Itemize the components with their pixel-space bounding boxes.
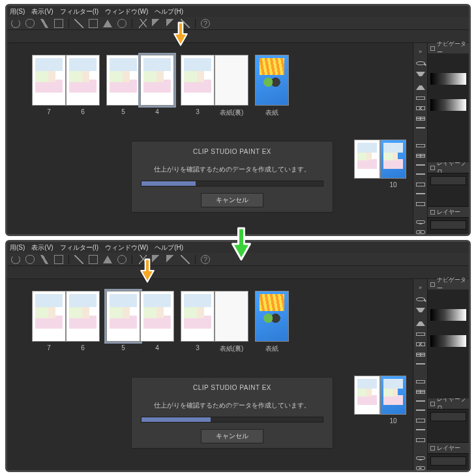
page-thumbnail[interactable] [181, 291, 215, 342]
page-thumbnail[interactable] [354, 376, 380, 415]
bars-icon[interactable] [416, 127, 425, 130]
page-thumbnail[interactable] [66, 291, 100, 342]
chk-icon[interactable] [138, 19, 147, 28]
rect-icon[interactable] [416, 419, 425, 423]
x-icon[interactable] [416, 106, 425, 110]
tri-icon[interactable] [103, 20, 112, 27]
layer-row[interactable] [430, 412, 466, 421]
rect-icon[interactable] [89, 255, 98, 264]
bars-icon[interactable] [416, 164, 425, 167]
reload-icon[interactable] [11, 19, 20, 28]
diag-icon[interactable] [181, 19, 190, 28]
zoom-icon[interactable] [416, 61, 425, 65]
rect-icon[interactable] [416, 438, 425, 442]
layer-palette-body[interactable] [428, 453, 469, 472]
layer-palette-header[interactable]: レイヤー [428, 443, 469, 453]
page-thumbnail[interactable] [32, 55, 66, 106]
up-icon[interactable] [416, 320, 425, 326]
page-thumbnail[interactable] [380, 140, 406, 179]
chevron-right-icon[interactable]: » [419, 48, 422, 55]
grid-icon[interactable] [416, 353, 425, 357]
cam-icon[interactable] [416, 456, 425, 460]
rect-icon[interactable] [416, 183, 425, 186]
cam-icon[interactable] [416, 220, 425, 224]
person-icon[interactable] [416, 230, 425, 234]
cancel-button[interactable]: キャンセル [201, 193, 263, 207]
pencil-icon[interactable] [152, 255, 161, 264]
chevron-right-icon[interactable]: » [419, 284, 422, 291]
diag-icon[interactable] [74, 255, 83, 264]
menu-item[interactable]: フィルター(I) [60, 243, 98, 252]
chk-icon[interactable] [138, 255, 147, 264]
down-icon[interactable] [416, 72, 425, 78]
navigator-palette-header[interactable]: ナビゲーター [428, 279, 469, 290]
pencil-icon[interactable] [152, 19, 161, 28]
grid-icon[interactable] [416, 390, 425, 394]
navigator-palette-header[interactable]: ナビゲーター [428, 43, 469, 53]
page-thumbnail[interactable] [181, 55, 215, 106]
menu-item[interactable]: 用(S) [10, 243, 25, 252]
navigator-palette-body[interactable] [428, 290, 469, 398]
cloud-icon[interactable] [25, 255, 35, 264]
circ-icon[interactable] [117, 255, 126, 264]
layer-row[interactable] [430, 220, 466, 230]
pencil-icon[interactable] [166, 255, 175, 264]
page-thumbnail[interactable] [106, 291, 140, 342]
page-thumbnail[interactable] [255, 55, 289, 106]
page-thumbnail[interactable] [380, 376, 406, 415]
bars-icon[interactable] [416, 409, 425, 412]
reload-icon[interactable] [11, 255, 20, 264]
rect-icon[interactable] [416, 97, 425, 100]
page-thumbnail[interactable] [32, 291, 66, 342]
page-thumbnail[interactable] [215, 55, 248, 106]
cancel-button[interactable]: キャンセル [201, 429, 263, 443]
menu-item[interactable]: フィルター(I) [60, 7, 98, 16]
pencil-icon[interactable] [166, 19, 175, 28]
layer-property-palette-header[interactable]: レイヤープロ [428, 162, 469, 173]
menu-item[interactable]: ヘルプ(H) [155, 7, 183, 16]
page-thumbnail[interactable] [66, 55, 100, 106]
bars-icon[interactable] [416, 429, 425, 432]
page-thumbnail[interactable] [215, 291, 248, 342]
tri-icon[interactable] [103, 256, 112, 263]
circ-icon[interactable] [117, 19, 126, 28]
rect-icon[interactable] [416, 380, 425, 384]
layer-row[interactable] [430, 456, 466, 466]
rect-icon[interactable] [416, 333, 425, 336]
layer-property-palette-body[interactable] [428, 173, 469, 207]
layer-row[interactable] [430, 176, 466, 185]
menu-item[interactable]: ヘルプ(H) [155, 243, 183, 252]
menu-item[interactable]: 表示(V) [31, 7, 53, 16]
zoom-icon[interactable] [416, 297, 425, 301]
grid-icon[interactable] [416, 154, 425, 158]
brush-icon[interactable] [40, 19, 49, 28]
help-icon[interactable]: ? [201, 255, 210, 264]
page-manager[interactable]: 76543表紙(裏)表紙10CLIP STUDIO PAINT EX仕上がりを確… [7, 279, 413, 472]
bars-icon[interactable] [416, 400, 425, 403]
layer-palette-header[interactable]: レイヤー [428, 207, 469, 217]
bars-icon[interactable] [416, 363, 425, 366]
page-manager[interactable]: 76543表紙(裏)表紙10CLIP STUDIO PAINT EX仕上がりを確… [7, 43, 413, 236]
x-icon[interactable] [416, 342, 425, 346]
diag-icon[interactable] [74, 19, 83, 28]
layer-property-palette-header[interactable]: レイヤープロ [428, 398, 469, 409]
menu-item[interactable]: 表示(V) [31, 243, 53, 252]
layer-palette-body[interactable] [428, 217, 469, 236]
person-icon[interactable] [416, 466, 425, 470]
page-thumbnail[interactable] [354, 140, 380, 179]
page-thumbnail[interactable] [255, 291, 289, 342]
down-icon[interactable] [416, 308, 425, 314]
help-icon[interactable]: ? [201, 19, 210, 28]
rect-icon[interactable] [54, 19, 63, 28]
page-thumbnail[interactable] [140, 291, 174, 342]
bars-icon[interactable] [416, 173, 425, 176]
page-thumbnail[interactable] [140, 55, 174, 106]
menu-item[interactable]: 用(S) [10, 7, 25, 16]
layer-property-palette-body[interactable] [428, 409, 469, 443]
brush-icon[interactable] [40, 255, 49, 264]
menu-item[interactable]: ウィンドウ(W) [105, 243, 148, 252]
bars-icon[interactable] [416, 193, 425, 196]
page-thumbnail[interactable] [106, 55, 140, 106]
rect-icon[interactable] [416, 144, 425, 148]
diag-icon[interactable] [181, 255, 190, 264]
